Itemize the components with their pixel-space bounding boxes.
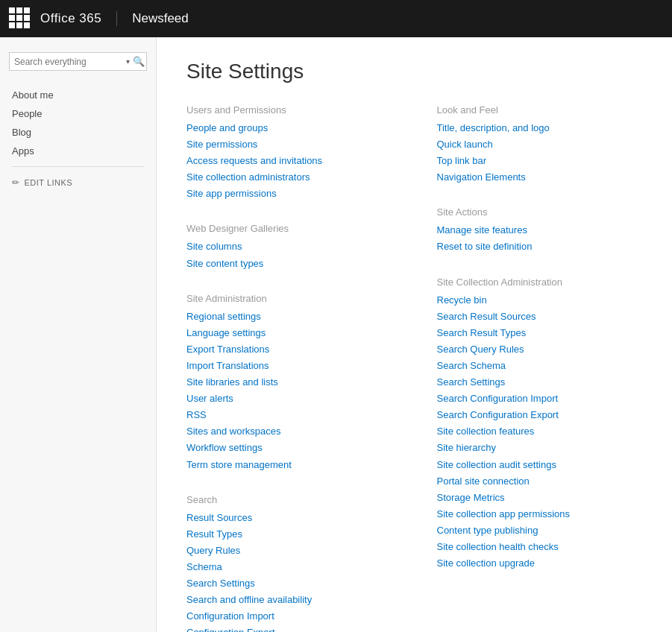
link-search-query-rules[interactable]: Search Query Rules	[437, 341, 643, 358]
link-result-sources[interactable]: Result Sources	[186, 510, 392, 526]
link-site-collection-features[interactable]: Site collection features	[437, 423, 643, 440]
page-header-title: Newsfeed	[132, 11, 189, 26]
section-look-and-feel: Look and Feel Title, description, and lo…	[437, 104, 643, 186]
link-site-collection-administrators[interactable]: Site collection administrators	[186, 169, 392, 186]
section-links-web-designer: Site columns Site content types	[186, 238, 392, 271]
section-heading-users-permissions: Users and Permissions	[186, 104, 392, 116]
link-configuration-import[interactable]: Configuration Import	[186, 608, 392, 625]
link-site-collection-upgrade[interactable]: Site collection upgrade	[437, 555, 643, 572]
edit-links-button[interactable]: ✏ EDIT LINKS	[0, 173, 156, 192]
search-box[interactable]: ▾ 🔍	[9, 52, 147, 71]
link-access-requests[interactable]: Access requests and invitations	[186, 153, 392, 169]
link-site-libraries-and-lists[interactable]: Site libraries and lists	[186, 374, 392, 391]
sidebar-item-apps[interactable]: Apps	[0, 142, 156, 160]
sidebar: ▾ 🔍 About me People Blog Apps ✏ EDIT LIN…	[0, 37, 157, 632]
section-heading-web-designer: Web Designer Galleries	[186, 223, 392, 234]
page-title: Site Settings	[186, 60, 642, 83]
link-sites-and-workspaces[interactable]: Sites and workspaces	[186, 423, 392, 440]
link-people-and-groups[interactable]: People and groups	[186, 120, 392, 136]
search-dropdown-icon[interactable]: ▾	[126, 57, 130, 66]
section-users-permissions: Users and Permissions People and groups …	[186, 104, 392, 202]
section-heading-look-feel: Look and Feel	[437, 104, 643, 116]
section-links-site-actions: Manage site features Reset to site defin…	[437, 222, 643, 255]
link-site-collection-app-permissions[interactable]: Site collection app permissions	[437, 506, 643, 522]
section-search: Search Result Sources Result Types Query…	[186, 494, 392, 632]
pencil-icon: ✏	[12, 177, 20, 188]
brand-label: Office 365	[40, 11, 117, 26]
link-content-type-publishing[interactable]: Content type publishing	[437, 522, 643, 539]
waffle-menu[interactable]	[9, 7, 31, 30]
section-links-search: Result Sources Result Types Query Rules …	[186, 510, 392, 632]
section-site-actions: Site Actions Manage site features Reset …	[437, 206, 643, 255]
link-site-content-types[interactable]: Site content types	[186, 256, 392, 272]
sidebar-item-people[interactable]: People	[0, 104, 156, 123]
section-web-designer-galleries: Web Designer Galleries Site columns Site…	[186, 223, 392, 271]
sidebar-item-about-me[interactable]: About me	[0, 86, 156, 104]
section-heading-site-admin: Site Administration	[186, 293, 392, 304]
link-search-result-types[interactable]: Search Result Types	[437, 325, 643, 341]
link-search-result-sources[interactable]: Search Result Sources	[437, 309, 643, 325]
section-heading-search: Search	[186, 494, 392, 505]
link-search-settings-col[interactable]: Search Settings	[437, 374, 643, 391]
link-navigation-elements[interactable]: Navigation Elements	[437, 169, 643, 186]
link-recycle-bin[interactable]: Recycle bin	[437, 292, 643, 309]
link-site-collection-audit-settings[interactable]: Site collection audit settings	[437, 457, 643, 473]
left-column: Users and Permissions People and groups …	[186, 104, 392, 632]
link-query-rules[interactable]: Query Rules	[186, 543, 392, 559]
link-result-types[interactable]: Result Types	[186, 526, 392, 543]
section-links-users-permissions: People and groups Site permissions Acces…	[186, 120, 392, 202]
section-site-administration: Site Administration Regional settings La…	[186, 293, 392, 473]
main-content: Site Settings Users and Permissions Peop…	[157, 37, 672, 632]
link-site-collection-health-checks[interactable]: Site collection health checks	[437, 539, 643, 555]
section-heading-site-actions: Site Actions	[437, 206, 643, 218]
link-term-store-management[interactable]: Term store management	[186, 457, 392, 473]
sidebar-nav: About me People Blog Apps	[0, 86, 156, 160]
section-links-site-collection-admin: Recycle bin Search Result Sources Search…	[437, 292, 643, 572]
link-language-settings[interactable]: Language settings	[186, 325, 392, 341]
link-reset-to-site-definition[interactable]: Reset to site definition	[437, 238, 643, 255]
link-export-translations[interactable]: Export Translations	[186, 341, 392, 358]
right-column: Look and Feel Title, description, and lo…	[437, 104, 643, 632]
link-top-link-bar[interactable]: Top link bar	[437, 153, 643, 169]
link-regional-settings[interactable]: Regional settings	[186, 309, 392, 325]
link-workflow-settings[interactable]: Workflow settings	[186, 440, 392, 456]
link-site-app-permissions[interactable]: Site app permissions	[186, 186, 392, 202]
link-search-offline-availability[interactable]: Search and offline availability	[186, 592, 392, 608]
sections-grid: Users and Permissions People and groups …	[186, 104, 642, 632]
link-user-alerts[interactable]: User alerts	[186, 391, 392, 407]
sidebar-item-blog[interactable]: Blog	[0, 123, 156, 142]
search-icon[interactable]: 🔍	[133, 56, 145, 67]
section-links-site-admin: Regional settings Language settings Expo…	[186, 309, 392, 473]
section-links-look-feel: Title, description, and logo Quick launc…	[437, 120, 643, 186]
sidebar-divider	[12, 166, 144, 167]
section-heading-site-collection-admin: Site Collection Administration	[437, 276, 643, 288]
link-search-settings[interactable]: Search Settings	[186, 575, 392, 592]
link-title-description-logo[interactable]: Title, description, and logo	[437, 120, 643, 136]
link-site-columns[interactable]: Site columns	[186, 238, 392, 255]
search-input[interactable]	[14, 57, 126, 67]
link-search-configuration-import[interactable]: Search Configuration Import	[437, 391, 643, 407]
section-site-collection-admin: Site Collection Administration Recycle b…	[437, 276, 643, 572]
app-header: Office 365 Newsfeed	[0, 0, 672, 37]
link-rss[interactable]: RSS	[186, 407, 392, 423]
link-configuration-export[interactable]: Configuration Export	[186, 625, 392, 632]
link-site-permissions[interactable]: Site permissions	[186, 136, 392, 153]
edit-links-label: EDIT LINKS	[25, 178, 73, 187]
link-search-schema[interactable]: Search Schema	[437, 358, 643, 374]
link-manage-site-features[interactable]: Manage site features	[437, 222, 643, 238]
link-portal-site-connection[interactable]: Portal site connection	[437, 473, 643, 490]
link-search-configuration-export[interactable]: Search Configuration Export	[437, 407, 643, 423]
link-site-hierarchy[interactable]: Site hierarchy	[437, 440, 643, 456]
link-schema[interactable]: Schema	[186, 559, 392, 575]
link-quick-launch[interactable]: Quick launch	[437, 136, 643, 153]
link-import-translations[interactable]: Import Translations	[186, 358, 392, 374]
link-storage-metrics[interactable]: Storage Metrics	[437, 490, 643, 506]
